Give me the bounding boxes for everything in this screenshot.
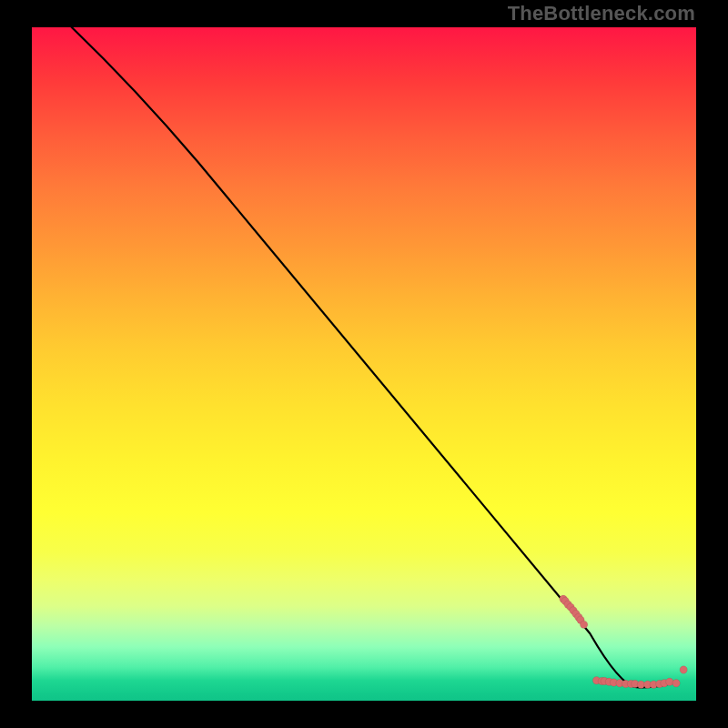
data-point (666, 678, 673, 685)
data-points-group (560, 595, 688, 688)
bottleneck-curve (72, 27, 676, 687)
watermark-text: TheBottleneck.com (508, 2, 695, 25)
data-point (680, 666, 687, 673)
data-point (580, 621, 587, 628)
data-point (672, 680, 680, 687)
chart-overlay-svg (32, 27, 696, 701)
chart-stage: TheBottleneck.com (0, 0, 728, 728)
chart-plot-area (32, 27, 696, 701)
